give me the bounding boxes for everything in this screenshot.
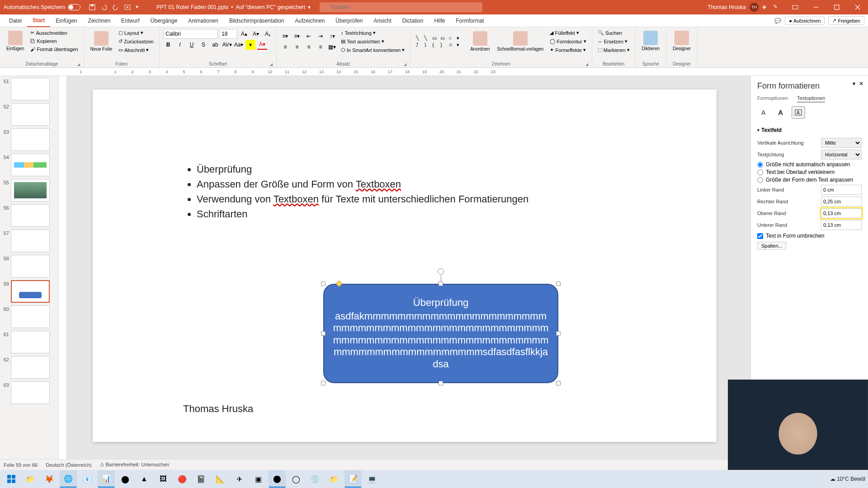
share-button[interactable]: ↗ Freigeben [828, 16, 864, 25]
cut-button[interactable]: ✂ Ausschneiden [28, 29, 80, 37]
thumbnail-row[interactable]: 58 [2, 255, 58, 277]
slide-counter[interactable]: Folie 59 von 66 [4, 462, 38, 468]
expand-icon[interactable]: ◢ [270, 62, 273, 66]
autofit-resize-radio[interactable] [757, 177, 763, 183]
maximize-button[interactable] [826, 0, 847, 14]
app-icon[interactable]: ▣ [250, 470, 267, 488]
shape-star-icon[interactable]: ☆ [448, 42, 456, 48]
bottom-margin-input[interactable] [821, 220, 862, 230]
language-status[interactable]: Deutsch (Österreich) [46, 462, 91, 468]
shape-brace-icon[interactable]: } [440, 42, 448, 48]
quick-styles-button[interactable]: Schnellformat-vorlagen [495, 29, 547, 53]
bold-button[interactable]: B [163, 40, 173, 50]
thumbnail-row[interactable]: 51 [2, 78, 58, 100]
pane-options-icon[interactable]: ▾ [853, 80, 855, 87]
tab-datei[interactable]: Datei [4, 14, 27, 27]
tab-aufzeichnen[interactable]: Aufzeichnen [289, 14, 330, 27]
rounded-rect-shape[interactable]: Überprüfung asdfakmmmmmmmmmmmmmmmmmmmmmm… [323, 284, 558, 383]
thumbnail[interactable] [11, 103, 50, 126]
resize-handle[interactable] [321, 331, 326, 336]
find-button[interactable]: 🔍 Suchen [596, 29, 632, 37]
tab-bildschirm[interactable]: Bildschirmpräsentation [224, 14, 289, 27]
close-icon[interactable]: ✕ [859, 80, 863, 87]
tab-ueberpruefen[interactable]: Überprüfen [330, 14, 368, 27]
list-item[interactable]: Verwendung von Textboxen für Texte mit u… [197, 192, 671, 206]
tab-dictation[interactable]: Dictation [397, 14, 429, 27]
line-spacing-button[interactable]: ↕▾ [327, 31, 337, 41]
minimize-button[interactable] [806, 0, 826, 14]
chevron-down-icon[interactable]: ▾ [308, 4, 311, 10]
columns-button[interactable]: Spalten... [757, 242, 786, 250]
indent-dec-button[interactable]: ⇤ [304, 31, 314, 41]
thumbnail[interactable] [11, 331, 50, 353]
list-item[interactable]: Überprüfung [197, 162, 671, 177]
thumbnail[interactable] [11, 179, 50, 202]
thumbnail[interactable] [11, 78, 50, 100]
wrap-text-checkbox[interactable] [757, 233, 763, 239]
autosave-toggle[interactable] [68, 4, 80, 10]
list-item[interactable]: Schriftarten [197, 206, 671, 221]
font-name-input[interactable] [163, 29, 217, 39]
grow-font-button[interactable]: A▴ [239, 29, 249, 39]
thumbnail-row[interactable]: 60 [2, 305, 58, 328]
shape-effects-button[interactable]: ✦ Formeffekte ▾ [548, 46, 588, 54]
comments-icon[interactable]: 💬 [774, 18, 781, 24]
vertical-ruler[interactable] [59, 76, 67, 459]
strike-button[interactable]: S [198, 40, 208, 50]
firefox-icon[interactable]: 🦊 [41, 470, 58, 488]
outlook-icon[interactable]: 📧 [79, 470, 96, 488]
shape-brace-icon[interactable]: { [432, 42, 439, 48]
align-right-button[interactable]: ≡ [304, 42, 314, 52]
shape-rect-icon[interactable]: ▭ [440, 35, 448, 41]
from-beginning-icon[interactable] [124, 4, 131, 11]
thumbnail[interactable] [11, 255, 50, 277]
thumbnail-row[interactable]: 56 [2, 204, 58, 227]
tab-hilfe[interactable]: Hilfe [429, 14, 450, 27]
shape-oval-icon[interactable]: ○ [448, 35, 456, 41]
columns-button[interactable]: ▦▾ [327, 42, 337, 52]
text-fill-icon[interactable]: A [757, 106, 771, 119]
font-size-input[interactable] [219, 29, 237, 39]
section-button[interactable]: ▭ Abschnitt ▾ [117, 46, 156, 54]
tab-uebergaenge[interactable]: Übergänge [145, 14, 183, 27]
slide[interactable]: Überprüfung Anpassen der Größe und Form … [93, 89, 717, 442]
shape-line-icon[interactable]: ╲ [416, 35, 423, 41]
save-icon[interactable] [89, 4, 96, 11]
thumbnail[interactable] [11, 381, 50, 404]
expand-icon[interactable]: ◢ [404, 62, 406, 66]
layout-button[interactable]: ▢ Layout ▾ [117, 29, 156, 37]
designer-button[interactable]: Designer [670, 29, 693, 53]
redo-icon[interactable] [112, 4, 119, 11]
clear-format-button[interactable]: Aᵪ [263, 29, 273, 39]
replace-button[interactable]: ↔ Ersetzen ▾ [596, 38, 632, 45]
tab-formformat[interactable]: Formformat [450, 14, 489, 27]
app-icon[interactable]: ◯ [288, 470, 305, 488]
paste-button[interactable]: Einfügen [4, 29, 27, 53]
onenote-icon[interactable]: 📓 [193, 470, 210, 488]
search-input[interactable] [320, 2, 482, 12]
slide-thumbnails[interactable]: 51525354555657585960616263 [0, 76, 59, 459]
slide-footer[interactable]: Thomas Hruska [183, 403, 253, 415]
thumbnail[interactable] [11, 128, 50, 151]
dictate-button[interactable]: Diktieren [639, 29, 662, 53]
expand-icon[interactable]: ◢ [585, 62, 588, 66]
list-item[interactable]: Anpassen der Größe und Form von Textboxe… [197, 177, 671, 192]
app-icon[interactable]: ▲ [136, 470, 153, 488]
thumbnail-row[interactable]: 55 [2, 179, 58, 202]
textbox-icon[interactable]: A [792, 106, 805, 119]
app-icon[interactable]: 💻 [363, 470, 381, 488]
thumbnail[interactable] [11, 230, 50, 252]
app-icon[interactable]: ⬤ [117, 470, 134, 488]
shape-fill-button[interactable]: ◢ Fülleffekt ▾ [548, 29, 588, 37]
shape-arrow-icon[interactable]: ⤴ [416, 42, 423, 48]
autofit-none-radio[interactable] [757, 162, 763, 168]
thumbnail-row[interactable]: 62 [2, 356, 58, 379]
tab-start[interactable]: Start [27, 14, 50, 27]
resize-handle[interactable] [439, 381, 443, 385]
shape-line-icon[interactable]: ╲ [424, 35, 431, 41]
arrange-button[interactable]: Anordnen [467, 29, 492, 53]
thumbnail-row[interactable]: 63 [2, 381, 58, 404]
rotate-handle[interactable] [438, 268, 444, 275]
shrink-font-button[interactable]: A▾ [251, 29, 261, 39]
right-margin-input[interactable] [821, 197, 862, 206]
